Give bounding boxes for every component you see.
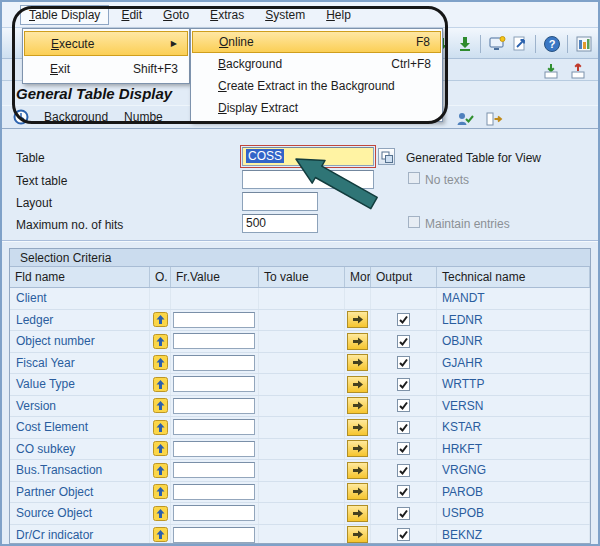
from-value-input[interactable] bbox=[173, 419, 255, 435]
from-value-input[interactable] bbox=[173, 333, 255, 349]
no-texts-label: No texts bbox=[425, 173, 469, 187]
max-hits-input[interactable]: 500 bbox=[242, 214, 318, 233]
create-shortcut-icon[interactable] bbox=[509, 33, 530, 54]
from-value-cell bbox=[171, 503, 259, 524]
output-checkbox[interactable] bbox=[397, 442, 410, 455]
background-button[interactable]: Background bbox=[41, 108, 111, 126]
selection-rows: Client MANDT Ledger LEDNR Object number … bbox=[10, 288, 590, 544]
output-checkbox[interactable] bbox=[397, 356, 410, 369]
page-last-icon[interactable] bbox=[454, 33, 475, 54]
selection-options-icon[interactable] bbox=[153, 527, 168, 542]
maintain-entries-checkbox[interactable] bbox=[408, 216, 420, 228]
layout-arrow-icon[interactable] bbox=[483, 108, 504, 129]
selection-options-icon[interactable] bbox=[153, 377, 168, 392]
table-input[interactable]: COSS bbox=[242, 147, 374, 166]
selection-options-icon[interactable] bbox=[153, 312, 168, 327]
technical-name: USPOB bbox=[437, 503, 590, 524]
from-value-input[interactable] bbox=[173, 312, 255, 328]
selection-options-icon[interactable] bbox=[153, 398, 168, 413]
from-value-cell bbox=[171, 482, 259, 503]
output-cell bbox=[371, 288, 437, 309]
output-checkbox[interactable] bbox=[397, 507, 410, 520]
menu-extras[interactable]: Extras bbox=[201, 5, 253, 25]
more-button[interactable] bbox=[347, 354, 368, 371]
from-value-input[interactable] bbox=[173, 505, 255, 521]
selection-options-cell bbox=[150, 439, 171, 460]
menu-goto[interactable]: Goto bbox=[154, 5, 198, 25]
new-session-icon[interactable] bbox=[486, 33, 507, 54]
col-to-value: To value bbox=[259, 267, 345, 287]
selection-options-icon[interactable] bbox=[153, 463, 168, 478]
import-icon[interactable] bbox=[540, 60, 561, 81]
menu-edit[interactable]: Edit bbox=[112, 5, 151, 25]
table-row: Version VERSN bbox=[10, 396, 590, 418]
selection-options-icon[interactable] bbox=[153, 334, 168, 349]
table-row: CO subkey HRKFT bbox=[10, 439, 590, 461]
more-button[interactable] bbox=[347, 526, 368, 543]
more-button[interactable] bbox=[347, 397, 368, 414]
from-value-input[interactable] bbox=[173, 462, 255, 478]
table-display-menu: Execute ▶ Exit Shift+F3 bbox=[22, 28, 190, 84]
to-value-cell bbox=[259, 503, 345, 524]
layout-label: Layout bbox=[16, 196, 52, 210]
selection-options-icon[interactable] bbox=[153, 506, 168, 521]
selection-options-icon[interactable] bbox=[153, 420, 168, 435]
submenu-item-display-extract[interactable]: Display Extract bbox=[192, 97, 441, 119]
from-value-input[interactable] bbox=[173, 355, 255, 371]
more-button[interactable] bbox=[347, 462, 368, 479]
submenu-item-online[interactable]: Online F8 bbox=[192, 31, 441, 53]
output-checkbox[interactable] bbox=[397, 421, 410, 434]
menu-item-execute[interactable]: Execute ▶ bbox=[24, 31, 188, 56]
more-button[interactable] bbox=[347, 333, 368, 350]
text-table-input[interactable] bbox=[242, 170, 374, 189]
more-button[interactable] bbox=[347, 311, 368, 328]
customize-icon[interactable] bbox=[573, 33, 594, 54]
selection-options-icon[interactable] bbox=[153, 355, 168, 370]
field-name: Bus.Transaction bbox=[10, 460, 150, 481]
from-value-input[interactable] bbox=[173, 441, 255, 457]
more-button[interactable] bbox=[347, 505, 368, 522]
from-value-input[interactable] bbox=[173, 376, 255, 392]
output-cell bbox=[371, 374, 437, 395]
output-checkbox[interactable] bbox=[397, 399, 410, 412]
from-value-input[interactable] bbox=[173, 527, 255, 543]
more-button[interactable] bbox=[347, 376, 368, 393]
export-icon[interactable] bbox=[567, 60, 588, 81]
output-checkbox[interactable] bbox=[397, 313, 410, 326]
field-name: Source Object bbox=[10, 503, 150, 524]
menu-table-display[interactable]: Table Display bbox=[20, 5, 109, 25]
clock-icon[interactable] bbox=[10, 107, 31, 128]
selection-options-icon[interactable] bbox=[153, 484, 168, 499]
to-value-cell bbox=[259, 396, 345, 417]
selection-options-cell bbox=[150, 353, 171, 374]
from-value-cell bbox=[171, 439, 259, 460]
output-checkbox[interactable] bbox=[397, 378, 410, 391]
layout-input[interactable] bbox=[242, 192, 318, 211]
more-cell bbox=[345, 525, 371, 545]
menu-help[interactable]: Help bbox=[317, 5, 360, 25]
col-technical-name: Technical name bbox=[437, 267, 590, 287]
help-icon[interactable]: ? bbox=[541, 33, 562, 54]
more-button[interactable] bbox=[347, 483, 368, 500]
from-value-input[interactable] bbox=[173, 398, 255, 414]
user-check-icon[interactable] bbox=[454, 108, 475, 129]
menu-item-shortcut: Shift+F3 bbox=[119, 62, 178, 76]
more-button[interactable] bbox=[347, 419, 368, 436]
output-checkbox[interactable] bbox=[397, 464, 410, 477]
output-checkbox[interactable] bbox=[397, 335, 410, 348]
menu-system[interactable]: System bbox=[256, 5, 314, 25]
output-checkbox[interactable] bbox=[397, 528, 410, 541]
submenu-item-background[interactable]: Background Ctrl+F8 bbox=[192, 53, 441, 75]
more-cell bbox=[345, 482, 371, 503]
matchcode-button[interactable] bbox=[378, 148, 395, 165]
menu-item-exit[interactable]: Exit Shift+F3 bbox=[24, 56, 188, 81]
more-button[interactable] bbox=[347, 440, 368, 457]
more-cell bbox=[345, 439, 371, 460]
from-value-input[interactable] bbox=[173, 484, 255, 500]
selection-options-icon[interactable] bbox=[153, 441, 168, 456]
number-of-entries-button[interactable]: Numbe bbox=[121, 108, 166, 126]
submenu-item-create-extract[interactable]: Create Extract in the Background bbox=[192, 75, 441, 97]
output-checkbox[interactable] bbox=[397, 485, 410, 498]
secondary-toolbar-icons bbox=[540, 60, 588, 81]
no-texts-checkbox[interactable] bbox=[408, 172, 420, 184]
